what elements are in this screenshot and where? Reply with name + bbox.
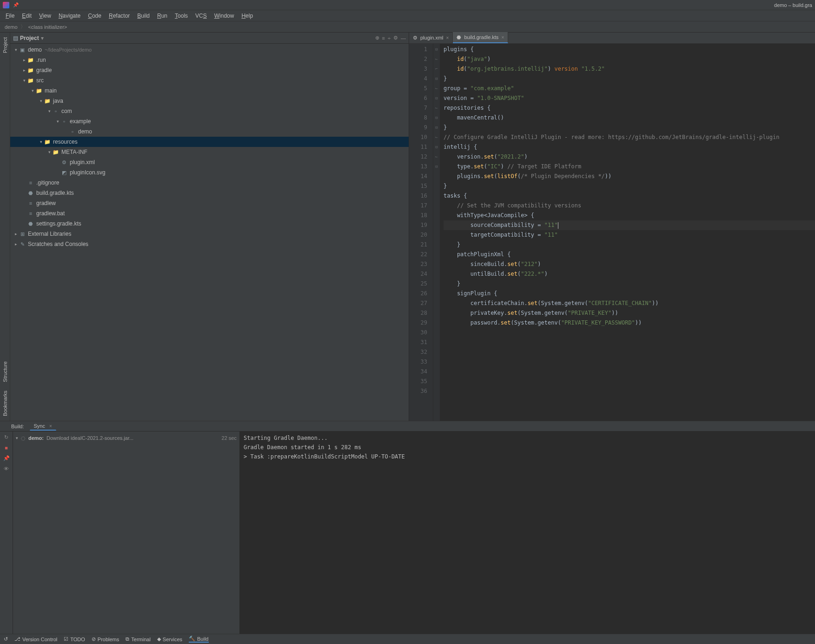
- tree-node-settings-gradle-kts[interactable]: ⬣settings.gradle.kts: [10, 219, 409, 229]
- tree-node--gitignore[interactable]: ≡.gitignore: [10, 178, 409, 188]
- status-build[interactable]: 🔨Build: [189, 636, 208, 643]
- tree-node-meta-inf[interactable]: ▾📁META-INF: [10, 147, 409, 157]
- tree-label: gradlew: [36, 200, 56, 206]
- editor-tab-plugin-xml[interactable]: ⚙plugin.xml×: [409, 32, 453, 43]
- status-services[interactable]: ◆Services: [157, 636, 182, 642]
- status-reload[interactable]: ↺: [4, 636, 8, 642]
- status-version-control[interactable]: ⎇Version Control: [14, 636, 57, 642]
- xml-icon: ⚙: [60, 159, 68, 166]
- chevron-right-icon[interactable]: ▸: [21, 68, 27, 73]
- show-icon[interactable]: 👁: [4, 466, 9, 471]
- chevron-down-icon[interactable]: ▾: [21, 78, 27, 83]
- kts-icon: ⬣: [457, 34, 461, 40]
- menu-file[interactable]: File: [2, 11, 18, 20]
- select-opened-file-icon[interactable]: ⊕: [375, 35, 379, 41]
- view-mode-dropdown[interactable]: ▾: [41, 35, 44, 41]
- chevron-down-icon[interactable]: ▾: [13, 47, 19, 52]
- chevron-down-icon[interactable]: ▾: [38, 99, 44, 103]
- menu-run[interactable]: Run: [153, 11, 171, 20]
- folder-icon: 📁: [52, 149, 60, 155]
- status-label: TODO: [70, 637, 85, 642]
- tree-node-demo[interactable]: ▾▣demo~/IdeaProjects/demo: [10, 45, 409, 55]
- build-task-row[interactable]: ▾ ◌ demo: Download ideaIC-2021.2-sources…: [16, 433, 237, 443]
- menu-help[interactable]: Help: [238, 11, 257, 20]
- build-task-tree[interactable]: ▾ ◌ demo: Download ideaIC-2021.2-sources…: [13, 432, 240, 634]
- chevron-right-icon[interactable]: ▸: [21, 58, 27, 62]
- tree-label: gradlew.bat: [36, 210, 65, 217]
- settings-icon[interactable]: ⚙: [393, 35, 398, 41]
- line-number-gutter: 1234567891011121314151617181920212223242…: [409, 44, 433, 421]
- menu-view[interactable]: View: [35, 11, 55, 20]
- collapse-all-icon[interactable]: ÷: [388, 35, 391, 41]
- tree-node-gradlew[interactable]: ≡gradlew: [10, 198, 409, 208]
- tree-label: resources: [53, 139, 78, 145]
- menu-code[interactable]: Code: [84, 11, 105, 20]
- tree-label: META-INF: [61, 149, 87, 155]
- tree-node-plugin-xml[interactable]: ⚙plugin.xml: [10, 157, 409, 167]
- chevron-down-icon[interactable]: ▾: [38, 139, 44, 144]
- menubar: FileEditViewNavigateCodeRefactorBuildRun…: [0, 10, 815, 21]
- tool-bookmarks[interactable]: Bookmarks: [1, 388, 9, 419]
- build-tab-sync[interactable]: Sync ×: [30, 422, 56, 431]
- tree-node-demo[interactable]: ▫demo: [10, 126, 409, 137]
- close-icon[interactable]: ×: [49, 424, 52, 429]
- menu-window[interactable]: Window: [211, 11, 238, 20]
- left-tool-gutter: Project StructureBookmarks: [0, 33, 10, 421]
- attach-icon[interactable]: 📌: [3, 455, 10, 461]
- menu-refactor[interactable]: Refactor: [105, 11, 133, 20]
- menu-build[interactable]: Build: [133, 11, 153, 20]
- file-icon: ≡: [27, 180, 34, 186]
- tree-node-src[interactable]: ▾📁src: [10, 75, 409, 86]
- chevron-down-icon[interactable]: ▾: [46, 109, 52, 113]
- editor-tab-build-gradle-kts[interactable]: ⬣build.gradle.kts×: [453, 32, 508, 43]
- menu-navigate[interactable]: Navigate: [55, 11, 84, 20]
- chevron-down-icon[interactable]: ▾: [30, 88, 35, 93]
- tree-node-pluginicon-svg[interactable]: ◩pluginIcon.svg: [10, 167, 409, 178]
- tree-node-gradlew-bat[interactable]: ≡gradlew.bat: [10, 208, 409, 219]
- build-output[interactable]: Starting Gradle Daemon... Gradle Daemon …: [240, 432, 815, 634]
- tree-node-scratches-and-consoles[interactable]: ▸✎Scratches and Consoles: [10, 239, 409, 249]
- menu-vcs[interactable]: VCS: [192, 11, 211, 20]
- menu-edit[interactable]: Edit: [18, 11, 35, 20]
- status-label: Problems: [98, 637, 119, 642]
- menu-tools[interactable]: Tools: [171, 11, 192, 20]
- tree-node-gradle[interactable]: ▸📁gradle: [10, 65, 409, 75]
- tree-node-java[interactable]: ▾📁java: [10, 96, 409, 106]
- fold-gutter[interactable]: ⊟⌙⌐⊟⌙⊟⌙⊟⊟⌙⊟⌙⊟: [433, 44, 440, 421]
- status-todo[interactable]: ☑TODO: [64, 636, 85, 642]
- status-problems[interactable]: ⊘Problems: [92, 636, 119, 642]
- tool-project[interactable]: Project: [1, 34, 9, 56]
- tree-node-resources[interactable]: ▾📁resources: [10, 137, 409, 147]
- breadcrumb-item[interactable]: demo: [5, 24, 18, 30]
- close-icon[interactable]: ×: [501, 35, 504, 40]
- tree-node-build-gradle-kts[interactable]: ⬣build.gradle.kts: [10, 188, 409, 198]
- expand-all-icon[interactable]: ≡: [382, 35, 385, 41]
- titlebar: 📌 demo – build.gra: [0, 0, 815, 10]
- close-icon[interactable]: ×: [446, 35, 449, 40]
- chevron-down-icon[interactable]: ▾: [46, 150, 52, 154]
- chevron-right-icon[interactable]: ▸: [13, 232, 19, 236]
- tree-node-example[interactable]: ▾▫example: [10, 116, 409, 126]
- status-terminal[interactable]: ⧉Terminal: [126, 636, 151, 642]
- code-content[interactable]: plugins { id("java") id("org.jetbrains.i…: [440, 44, 815, 421]
- status-label: Terminal: [131, 637, 151, 642]
- project-panel: Project ▾ ⊕ ≡ ÷ ⚙ — ▾▣demo~/IdeaProjects…: [10, 33, 409, 421]
- code-editor[interactable]: 1234567891011121314151617181920212223242…: [409, 44, 815, 421]
- project-tree[interactable]: ▾▣demo~/IdeaProjects/demo▸📁.run▸📁gradle▾…: [10, 44, 409, 421]
- tool-structure[interactable]: Structure: [1, 359, 9, 385]
- hide-icon[interactable]: —: [401, 35, 406, 41]
- tree-node-main[interactable]: ▾📁main: [10, 86, 409, 96]
- rerun-icon[interactable]: ↻: [4, 434, 8, 440]
- tree-node--run[interactable]: ▸📁.run: [10, 55, 409, 65]
- breadcrumb-item[interactable]: <class initializer>: [28, 24, 67, 30]
- pin-icon[interactable]: 📌: [13, 2, 19, 7]
- stop-icon[interactable]: ■: [5, 445, 8, 451]
- tree-node-external-libraries[interactable]: ▸⊞External Libraries: [10, 229, 409, 239]
- tree-node-com[interactable]: ▾▫com: [10, 106, 409, 116]
- tree-label: pluginIcon.svg: [70, 169, 106, 176]
- chevron-right-icon[interactable]: ▸: [13, 242, 19, 246]
- build-tab-label: Sync: [34, 423, 45, 429]
- chevron-down-icon[interactable]: ▾: [55, 119, 60, 124]
- package-icon: ▫: [52, 108, 60, 114]
- chevron-down-icon[interactable]: ▾: [16, 436, 18, 440]
